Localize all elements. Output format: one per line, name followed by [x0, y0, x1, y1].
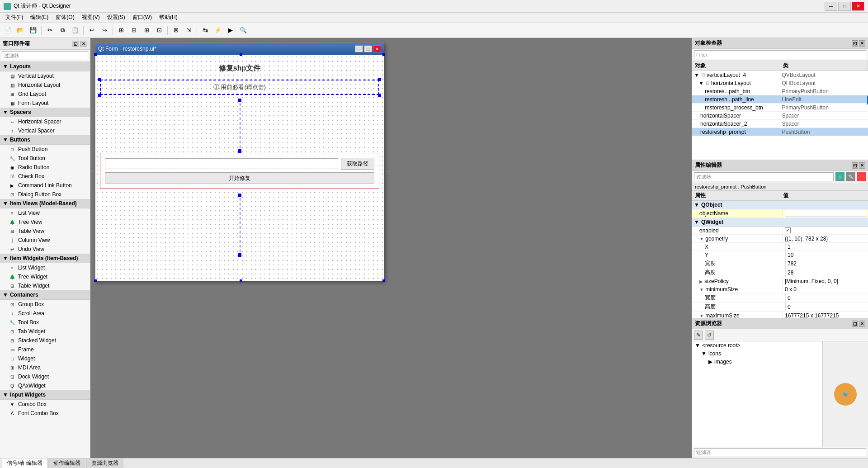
prop-section-qobject[interactable]: ▼ QObject [692, 201, 868, 209]
prop-row-maxsize[interactable]: ▼ maximumSize 16777215 x 16777215 [692, 312, 868, 318]
start-repair-button[interactable]: 开始修复 [105, 172, 374, 184]
prop-row-minsize[interactable]: ▼ minimumSize 0 x 0 [692, 285, 868, 293]
resource-browser-close-btn[interactable]: ✕ [859, 321, 865, 327]
sizepolicy-expand-btn[interactable]: ▶ [699, 279, 703, 284]
cut-button[interactable]: ✂ [44, 24, 56, 36]
prop-row-enabled[interactable]: enabled ✓ [692, 227, 868, 235]
widget-box-close-btn[interactable]: ✕ [80, 41, 87, 47]
bottom-tab-actions[interactable]: 动作编辑器 [48, 458, 85, 468]
undo-button[interactable]: ↩ [86, 24, 98, 36]
menu-edit[interactable]: 编辑(E) [27, 13, 52, 22]
menu-settings[interactable]: 设置(S) [104, 13, 129, 22]
resource-images[interactable]: ▶ images [692, 358, 822, 366]
obj-row-3[interactable]: restoresh...path_line LineEdit 拖拽至此上传 [692, 95, 868, 104]
bottom-tab-signals[interactable]: 信号/槽 编辑器 [2, 458, 47, 468]
close-button[interactable]: ✕ [852, 2, 864, 11]
widget-dialog-button-box[interactable]: ⊡ Dialog Button Box [0, 190, 90, 199]
widget-frame[interactable]: ▭ Frame [0, 345, 90, 354]
section-spacers[interactable]: ▼ Spacers [0, 108, 90, 117]
menu-form[interactable]: 窗体(O) [52, 13, 78, 22]
widget-undo-view[interactable]: ↩ Undo View [0, 245, 90, 254]
prop-section-qwidget[interactable]: ▼ QWidget [692, 218, 868, 227]
layout-h-button[interactable]: ⊞ [115, 24, 127, 36]
form-minimize-btn[interactable]: ─ [355, 45, 363, 52]
widget-tool-button[interactable]: 🔧 Tool Button [0, 154, 90, 163]
widget-command-link-button[interactable]: ▶ Command Link Button [0, 181, 90, 190]
get-path-button[interactable]: 获取路径 [341, 158, 374, 170]
widget-list-view[interactable]: ≡ List View [0, 208, 90, 217]
prop-row-height[interactable]: 高度 28 [692, 268, 868, 277]
break-layout-button[interactable]: ⊠ [170, 24, 182, 36]
section-item-views[interactable]: ▼ Item Views (Model-Based) [0, 199, 90, 208]
layout-v-button[interactable]: ⊟ [128, 24, 140, 36]
widget-stacked-widget[interactable]: ⊟ Stacked Widget [0, 336, 90, 345]
widget-table-widget[interactable]: ⊟ Table Widget [0, 281, 90, 290]
widget-radio-button[interactable]: ◉ Radio Button [0, 163, 90, 172]
form-maximize-btn[interactable]: □ [364, 45, 372, 52]
geometry-expand-btn[interactable]: ▼ [699, 236, 704, 241]
section-buttons[interactable]: ▼ Buttons [0, 135, 90, 145]
widget-form-layout[interactable]: ▦ Form Layout [0, 99, 90, 108]
preview-button[interactable]: ▶ [225, 24, 236, 36]
section-input-widgets[interactable]: ▼ Input Widgets [0, 390, 90, 400]
menu-window[interactable]: 窗口(W) [129, 13, 156, 22]
widget-dock-widget[interactable]: ⊡ Dock Widget [0, 372, 90, 381]
resource-root[interactable]: ▼ <resource root> [692, 341, 822, 350]
bottom-tab-resources[interactable]: 资源浏览器 [86, 458, 123, 468]
section-layouts[interactable]: ▼ Layouts [0, 62, 90, 71]
widget-combo-box[interactable]: ▼ Combo Box [0, 400, 90, 409]
section-containers[interactable]: ▼ Containers [0, 290, 90, 300]
prop-row-minheight[interactable]: 高度 0 [692, 303, 868, 312]
prop-edit-button[interactable]: ✎ [846, 172, 855, 181]
widget-qaxwidget[interactable]: Q QAxWidget [0, 381, 90, 390]
obj-row-7[interactable]: restoreshp_prompt PushButton [692, 128, 868, 136]
minimize-button[interactable]: ─ [825, 2, 837, 11]
form-close-btn[interactable]: ✕ [373, 45, 381, 52]
obj-row-2[interactable]: restores...path_btn PrimaryPushButton [692, 87, 868, 95]
resource-browser-float-btn[interactable]: ◱ [852, 321, 858, 327]
prop-row-y[interactable]: Y 10 [692, 251, 868, 259]
section-item-widgets[interactable]: ▼ Item Widgets (Item-Based) [0, 254, 90, 263]
prop-row-x[interactable]: X 1 [692, 243, 868, 251]
obj-inspector-float-btn[interactable]: ◱ [852, 40, 858, 47]
widget-mdi-area[interactable]: ⊞ MDI Area [0, 363, 90, 372]
prop-row-objectname[interactable]: objectName restoreshp_prompt [692, 209, 868, 218]
tab-order-button[interactable]: ↹ [199, 24, 211, 36]
layout-form-button[interactable]: ⊡ [153, 24, 165, 36]
widget-horiz-spacer[interactable]: ↔ Horizontal Spacer [0, 117, 90, 126]
widget-check-box[interactable]: ☑ Check Box [0, 172, 90, 181]
save-button[interactable]: 💾 [27, 24, 39, 36]
widget-tree-view[interactable]: 🌲 Tree View [0, 217, 90, 227]
prop-delete-button[interactable]: − [857, 172, 866, 181]
canvas-area[interactable]: Qt Form - restoreshp.ui* ─ □ ✕ 修复shp文件 [90, 38, 692, 458]
adjust-size-button[interactable]: ⇲ [183, 24, 194, 36]
obj-row-4[interactable]: restoreshp_process_btn PrimaryPushButton [692, 104, 868, 112]
form-info-label[interactable]: ⓘ 用前必看(请点击) [100, 80, 379, 95]
obj-row-6[interactable]: horizontalSpacer_2 Spacer [692, 120, 868, 128]
widget-list-widget[interactable]: ≡ List Widget [0, 263, 90, 272]
prop-row-sizepolicy[interactable]: ▶ sizePolicy [Minimum, Fixed, 0, 0] [692, 277, 868, 285]
copy-button[interactable]: ⧉ [57, 24, 68, 36]
widget-grid-layout[interactable]: ⊞ Grid Layout [0, 90, 90, 99]
obj-row-1[interactable]: ▼ ⊟ horizontalLayout QHBoxLayout [692, 79, 868, 87]
obj-filter-input[interactable] [694, 50, 866, 59]
obj-inspector-close-btn[interactable]: ✕ [859, 40, 865, 47]
widget-table-view[interactable]: ⊟ Table View [0, 227, 90, 236]
prop-editor-float-btn[interactable]: ◱ [852, 162, 858, 169]
widget-search-input[interactable] [2, 51, 88, 60]
widget-horizontal-layout[interactable]: ▥ Horizontal Layout [0, 80, 90, 90]
widget-scroll-area[interactable]: ↕ Scroll Area [0, 309, 90, 318]
new-button[interactable]: 📄 [2, 24, 14, 36]
widget-widget[interactable]: □ Widget [0, 354, 90, 363]
preview2-button[interactable]: 🔍 [237, 24, 249, 36]
obj-row-0[interactable]: ▼ ⊟ verticalLayout_4 QVBoxLayout [692, 71, 868, 79]
menu-file[interactable]: 文件(F) [2, 13, 27, 22]
widget-tab-widget[interactable]: ⊡ Tab Widget [0, 327, 90, 336]
prop-add-button[interactable]: + [835, 172, 844, 181]
prop-row-minwidth[interactable]: 宽度 0 [692, 293, 868, 303]
prop-input-objectname[interactable]: restoreshp_prompt [785, 210, 866, 217]
prop-filter-input[interactable] [694, 172, 834, 181]
resource-pencil-btn[interactable]: ✎ [694, 331, 703, 340]
menu-view[interactable]: 视图(V) [78, 13, 104, 22]
widget-push-button[interactable]: □ Push Button [0, 145, 90, 154]
